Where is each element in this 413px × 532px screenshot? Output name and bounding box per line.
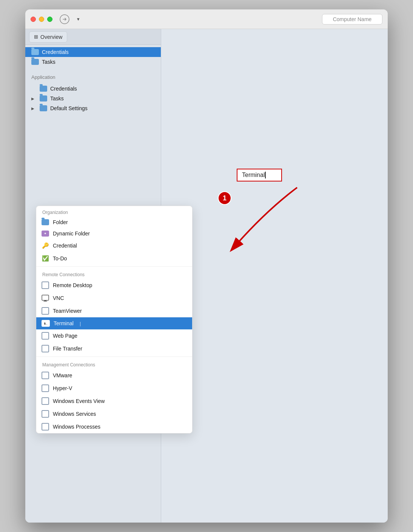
close-button[interactable] [31,17,36,22]
folder-icon [40,86,47,92]
sidebar-item-tasks[interactable]: ▶ Tasks [25,94,161,103]
folder-icon [31,49,39,55]
dynamic-folder-icon: ✦ [42,231,49,237]
divider-2 [36,357,192,357]
svg-rect-4 [43,301,47,301]
todo-icon: ✅ [42,255,49,262]
maximize-button[interactable] [47,17,52,22]
windows-services-icon [42,410,49,418]
dropdown-item-label: Credential [53,243,77,249]
dropdown-section-remote: Remote Connections [36,268,192,279]
traffic-lights [31,17,52,22]
sidebar-item-label: Tasks [50,95,64,101]
dropdown-item-folder[interactable]: Folder [36,217,192,228]
dropdown-item-vmware[interactable]: VMware [36,369,192,382]
nav-buttons: ▾ [59,14,84,25]
dropdown-item-dynamic-folder[interactable]: ✦ Dynamic Folder [36,228,192,239]
remote-desktop-icon [42,281,49,289]
windows-events-icon [42,397,49,405]
folder-icon [42,219,49,225]
sidebar-tree-top: Credentials Tasks [25,45,161,69]
cursor-indicator: | [80,321,81,326]
svg-rect-3 [44,300,46,301]
dropdown-chevron-icon[interactable]: ▾ [72,14,84,25]
dropdown-item-todo[interactable]: ✅ To-Do [36,252,192,265]
dropdown-item-label: Dynamic Folder [53,231,90,237]
dropdown-item-label: File Transfer [53,346,82,352]
nav-icon[interactable] [59,14,71,25]
dropdown-item-label: To-Do [53,255,67,261]
webpage-icon [42,332,49,340]
terminal-icon: $_ [42,320,50,327]
dropdown-item-remote-desktop[interactable]: Remote Desktop [36,279,192,292]
titlebar-right: Computer Name [322,14,382,25]
red-arrow [199,180,312,263]
main-area: Terminal 1 [161,29,388,523]
overview-tab[interactable]: ⊞ Overview [29,31,67,43]
sidebar-item-label: Credentials [50,86,77,92]
dropdown-item-label: Remote Desktop [53,282,92,288]
arrow-icon: ▶ [31,106,37,111]
windows-processes-icon [42,423,49,431]
dropdown-item-label: Windows Services [53,411,96,417]
dropdown-item-teamviewer[interactable]: TeamViewer [36,304,192,317]
dropdown-item-windows-services[interactable]: Windows Services [36,407,192,420]
sidebar-item-label: Credentials [42,49,69,55]
dropdown-item-label: Terminal [54,320,74,326]
minimize-button[interactable] [39,17,44,22]
sidebar-item-credentials-top[interactable]: Credentials [25,47,161,57]
folder-icon [31,59,39,65]
dropdown-section-organization: Organization [36,206,192,217]
vnc-icon [42,294,49,302]
dropdown-menu: Organization Folder ✦ Dynamic Folder 🔑 C… [36,206,193,434]
application-section-label: Application [25,69,161,81]
sidebar-item-label: Tasks [42,59,55,65]
grid-icon: ⊞ [34,34,38,40]
teamviewer-icon [42,307,49,315]
sidebar-item-credentials[interactable]: Credentials [25,84,161,94]
credential-icon: 🔑 [42,242,49,249]
svg-rect-2 [42,295,49,300]
text-cursor [265,172,266,178]
dropdown-item-label: Folder [53,219,68,225]
badge-1: 1 [218,191,231,205]
sidebar-tree-application: Credentials ▶ Tasks ▶ Default Settings [25,81,161,115]
hyperv-icon [42,384,49,392]
vmware-icon [42,372,49,379]
dropdown-item-label: TeamViewer [53,308,82,314]
divider-1 [36,266,192,267]
overview-tab-label: Overview [40,34,62,40]
dropdown-item-webpage[interactable]: Web Page [36,329,192,342]
dropdown-section-management: Management Connections [36,358,192,369]
titlebar: ▾ Computer Name [25,9,388,29]
file-transfer-icon [42,345,49,352]
tab-bar: ⊞ Overview [25,29,161,45]
folder-icon [40,105,47,111]
dropdown-item-label: Windows Events View [53,398,105,404]
arrow-icon: ▶ [31,97,37,101]
terminal-text: Terminal [242,172,265,178]
dropdown-item-file-transfer[interactable]: File Transfer [36,342,192,355]
computer-name-button[interactable]: Computer Name [322,14,382,25]
dropdown-item-label: VNC [53,295,64,301]
dropdown-item-label: Windows Processes [53,424,100,430]
dropdown-item-label: Hyper-V [53,385,72,391]
terminal-input-box[interactable]: Terminal [237,169,282,181]
dropdown-item-hyperv[interactable]: Hyper-V [36,382,192,395]
sidebar-item-tasks-top[interactable]: Tasks [25,57,161,67]
dropdown-item-windows-processes[interactable]: Windows Processes [36,420,192,433]
dropdown-item-vnc[interactable]: VNC [36,292,192,304]
dropdown-item-label: Web Page [53,333,77,339]
sidebar-item-default-settings[interactable]: ▶ Default Settings [25,103,161,113]
dropdown-item-terminal[interactable]: $_ Terminal | [36,317,192,329]
dropdown-item-windows-events[interactable]: Windows Events View [36,395,192,407]
dropdown-item-credential[interactable]: 🔑 Credential [36,239,192,252]
folder-icon [40,95,47,101]
main-window: ▾ Computer Name ⊞ Overview Credentials [25,9,388,523]
dropdown-item-label: VMware [53,372,72,378]
sidebar-item-label: Default Settings [50,105,88,111]
